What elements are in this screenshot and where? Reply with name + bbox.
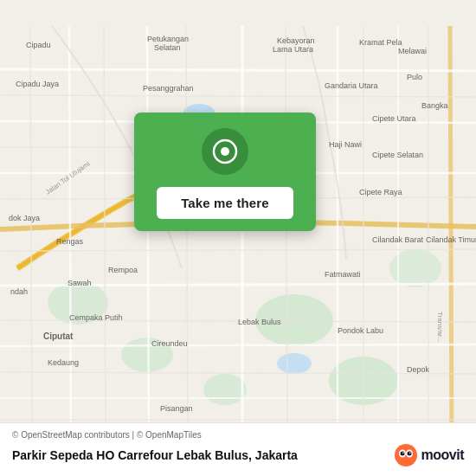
svg-text:Cilandak Timur: Cilandak Timur	[426, 235, 476, 244]
svg-text:dok Jaya: dok Jaya	[9, 214, 40, 222]
svg-line-9	[0, 69, 476, 71]
attribution-text: © OpenStreetMap contributors | © OpenMap…	[12, 430, 464, 440]
svg-text:Fatmawati: Fatmawati	[325, 270, 361, 279]
svg-point-8	[277, 353, 312, 374]
svg-text:Cireundeu: Cireundeu	[151, 339, 188, 348]
moovit-logo: moovit	[394, 443, 464, 467]
svg-text:Pisangan: Pisangan	[160, 404, 193, 413]
take-me-there-button[interactable]: Take me there	[157, 187, 293, 219]
svg-text:Cipete Selatan: Cipete Selatan	[372, 151, 423, 159]
svg-text:Kedaung: Kedaung	[48, 358, 79, 367]
svg-text:Haji Nawi: Haji Nawi	[329, 140, 362, 149]
svg-text:Rempoa: Rempoa	[108, 266, 138, 274]
location-icon-wrap	[202, 128, 248, 175]
svg-text:Sawah: Sawah	[68, 279, 92, 287]
svg-point-68	[221, 147, 229, 156]
svg-text:Petukangan: Petukangan	[147, 35, 189, 43]
svg-text:Cipete Utara: Cipete Utara	[372, 114, 416, 123]
moovit-owl-icon	[394, 443, 418, 467]
svg-text:Bangka: Bangka	[421, 101, 448, 110]
moovit-brand-text: moovit	[421, 447, 464, 463]
svg-text:Kebayoran: Kebayoran	[277, 36, 315, 45]
svg-text:Trans/ar...: Trans/ar...	[436, 312, 444, 343]
bottom-info-row: Parkir Sepeda HO Carrefour Lebak Bulus, …	[12, 443, 464, 467]
map-svg: Cipadu Petukangan Selatan Kebayoran Lama…	[0, 0, 476, 476]
svg-text:Selatan: Selatan	[154, 43, 181, 52]
svg-text:Cipadu: Cipadu	[26, 41, 51, 49]
location-card: Take me there	[134, 113, 316, 231]
svg-text:Gandaria Utara: Gandaria Utara	[325, 81, 378, 90]
svg-text:Rengas: Rengas	[56, 237, 84, 246]
map-container: Cipadu Petukangan Selatan Kebayoran Lama…	[0, 0, 476, 476]
svg-text:Lama Utara: Lama Utara	[273, 45, 313, 54]
svg-text:Cempaka Putih: Cempaka Putih	[69, 313, 123, 322]
svg-text:Cipadu Jaya: Cipadu Jaya	[16, 80, 59, 88]
svg-text:Cilandak Barat: Cilandak Barat	[372, 235, 424, 244]
svg-text:Kramat Pela: Kramat Pela	[359, 38, 402, 47]
svg-point-74	[402, 452, 404, 453]
svg-text:Pondok Labu: Pondok Labu	[338, 326, 383, 335]
svg-text:ndah: ndah	[10, 287, 28, 296]
svg-text:Pulo: Pulo	[407, 73, 422, 81]
svg-point-75	[409, 452, 411, 453]
svg-text:Cipete Raya: Cipete Raya	[359, 188, 402, 196]
svg-point-72	[400, 452, 404, 456]
svg-text:Lebak Bulus: Lebak Bulus	[238, 318, 281, 326]
svg-text:Ciputat: Ciputat	[43, 331, 74, 341]
location-pin-icon	[212, 138, 238, 164]
bottom-bar: © OpenStreetMap contributors | © OpenMap…	[0, 422, 476, 476]
svg-point-73	[407, 452, 411, 456]
svg-text:Melawai: Melawai	[398, 47, 427, 55]
svg-text:Pesanggrahan: Pesanggrahan	[143, 84, 194, 93]
location-name: Parkir Sepeda HO Carrefour Lebak Bulus, …	[12, 448, 394, 462]
svg-point-6	[203, 374, 247, 405]
svg-text:Depok: Depok	[407, 365, 430, 374]
